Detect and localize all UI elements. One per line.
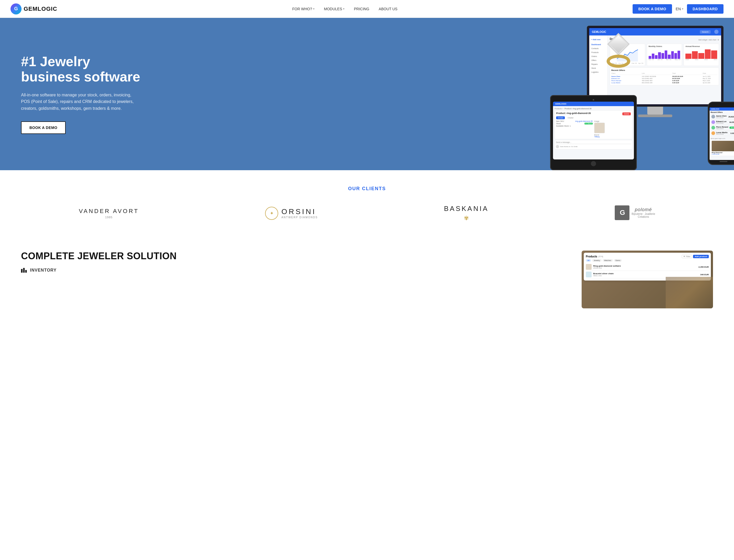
logo-text: GEMLOGIC — [24, 6, 57, 12]
filter-gems[interactable]: Gems — [614, 259, 622, 262]
products-header: Products (574) ▼ Filter Add product — [586, 255, 709, 258]
orsini-subtitle: ANTWERP DIAMONDS — [281, 216, 318, 219]
bar-item — [649, 56, 651, 59]
tab-chatter[interactable]: Chatter — [566, 116, 575, 119]
dashboard-button[interactable]: DASHBOARD — [687, 4, 724, 14]
recent-offers-title: Recent Offers — [611, 69, 717, 71]
phone-action-button[interactable]: Send — [730, 127, 734, 129]
add-widget-btn[interactable]: Add widget — [698, 39, 707, 41]
nav-pricing[interactable]: PRICING — [354, 7, 369, 11]
bar-item — [711, 50, 717, 59]
bar-item — [685, 54, 691, 59]
phone-offer-row: Lucas Martin 693-25033 0.00 € — [711, 131, 734, 136]
products-mockup: Products (574) ▼ Filter Add product All … — [584, 253, 711, 281]
product-name: Ring gold diamond solitaire — [593, 265, 697, 267]
orsini-name: ORSINI — [281, 208, 318, 216]
filter-btn[interactable]: ▼ Filter — [682, 255, 692, 258]
chevron-down-icon: ▾ — [313, 7, 314, 10]
phone-product-image — [712, 141, 734, 151]
filter-jewelry[interactable]: Jewelry — [592, 259, 602, 262]
tablet-header: GEMLOGIC — [553, 102, 634, 106]
phone-client-info: Edward Lee 163-25481 — [716, 121, 728, 124]
tab-details[interactable]: Details — [556, 116, 565, 119]
solution-image: Products (574) ▼ Filter Add product All … — [582, 251, 713, 308]
logo[interactable]: G GEMLOGIC — [11, 3, 57, 14]
nav-modules[interactable]: MODULES ▾ — [324, 7, 344, 11]
solution-section: COMPLETE JEWELER SOLUTION INVENTORY Prod… — [0, 237, 734, 308]
tablet-product-panel: Product: ring-gold-diamond-35 Delete Det… — [555, 110, 632, 139]
chevron-down-icon: ▾ — [343, 7, 344, 10]
clients-grid: VANDER AVORT 1985 ✦ ORSINI ANTWERP DIAMO… — [21, 205, 713, 222]
bar-item — [678, 51, 680, 59]
phone-avatar — [711, 115, 715, 118]
phone-screen: GEMLOGIC Recent Offers Aaron Chen 142-25… — [710, 107, 734, 160]
product-image — [594, 123, 605, 133]
product-thumbnail — [586, 272, 592, 277]
delete-button[interactable]: Delete — [622, 112, 631, 115]
tablet-screen: GEMLOGIC Products > Product: ring-gold-d… — [553, 102, 634, 159]
add-chart-btn[interactable]: Add chart — [709, 39, 716, 41]
bar-item — [671, 51, 674, 59]
phone-offer-row: Edward Lee 163-25481 64.55 € — [711, 120, 734, 125]
tablet-field-stock: Stock In Stock — [556, 123, 593, 125]
filter-watches[interactable]: Watches — [603, 259, 613, 262]
orsini-text: ORSINI ANTWERP DIAMONDS — [281, 208, 318, 219]
hero-title: #1 Jewelry business software — [21, 54, 147, 84]
phone-client-info: Lucas Martin 693-25033 — [716, 132, 730, 135]
tablet-product-name: Product: ring-gold-diamond-35 — [556, 112, 591, 115]
feature-inventory-label: INVENTORY — [30, 268, 56, 273]
phone-avatar — [711, 126, 715, 129]
widget-title-annual: Annual Revenue — [685, 45, 717, 47]
dash-header: GEMLOGIC Search — [589, 28, 721, 35]
hero-devices-illustration: GEMLOGIC Search + Add new Dashboard Cont… — [550, 20, 734, 170]
products-title-row: Products (574) — [586, 255, 603, 258]
phone-mockup: GEMLOGIC Recent Offers Aaron Chen 142-25… — [708, 102, 734, 165]
product-info: Bracelet silver chain #BSC-042 — [593, 272, 699, 277]
offer-row: Edward Lee 163-25481-602 64.55 EUR May 1… — [611, 77, 717, 80]
phone-section-title: Recent Offers — [711, 111, 734, 113]
product-price: 2,450 EUR — [699, 266, 709, 268]
tablet-frame: GEMLOGIC Products > Product: ring-gold-d… — [550, 95, 637, 170]
bar-item — [698, 53, 704, 59]
product-price: 340 EUR — [700, 273, 709, 276]
bar-chart-orders — [649, 48, 680, 59]
tablet-home-button[interactable] — [591, 161, 596, 166]
polome-text: polomé Bijouterie · JoaillerieCréations — [632, 207, 655, 218]
hero-demo-button[interactable]: BOOK A DEMO — [21, 121, 66, 134]
tablet-left-col: Item SKU ring-gold-diamond-35 Stock In S… — [556, 120, 593, 138]
client-logo-orsini: ✦ ORSINI ANTWERP DIAMONDS — [265, 207, 318, 220]
dash-search: Search — [700, 30, 711, 34]
chatter-divider — [556, 144, 631, 144]
bar-item — [692, 51, 698, 59]
offers-header: Client Link Total Date — [611, 72, 717, 75]
bar-item — [655, 55, 658, 59]
client-name: VANDER AVORT — [79, 208, 139, 215]
tablet-field-avail: Available Stock: 1 — [556, 125, 593, 127]
language-selector[interactable]: EN ▾ — [676, 7, 683, 11]
nav-actions: BOOK A DEMO EN ▾ DASHBOARD — [633, 4, 723, 14]
orsini-emblem: ✦ — [265, 207, 278, 220]
chatter-panel: Send a message... Data thanks to: Go Smi… — [555, 140, 632, 149]
offer-row: Aaron Chen 142-25097-8133339 26,923.00 E… — [611, 75, 717, 77]
tablet-brand-value: Tiffany — [594, 136, 631, 138]
chevron-down-icon: ▾ — [682, 7, 683, 10]
chart-x-labels: Nov '22Jan '23Mar '23May '23 — [649, 59, 680, 60]
dash-logo: GEMLOGIC — [592, 30, 606, 33]
phone-content: Recent Offers Aaron Chen 142-25097 26,92… — [710, 111, 734, 160]
phone-header: GEMLOGIC — [710, 107, 734, 111]
clients-section: OUR CLIENTS VANDER AVORT 1985 ✦ ORSINI A… — [0, 170, 734, 237]
nav-about-us[interactable]: ABOUT US — [379, 7, 397, 11]
client-logo-baskania: BASKANIA ✾ — [444, 205, 489, 222]
phone-avatar — [711, 120, 715, 124]
tablet-logo: GEMLOGIC — [555, 103, 567, 105]
tablet-body: Products > Product: ring-gold-diamond-36… — [553, 106, 634, 151]
inventory-icon — [21, 268, 27, 273]
nav-for-who[interactable]: FOR WHO? ▾ — [292, 7, 314, 11]
recent-offers-panel: Recent Offers Client Link Total Date Aar… — [610, 68, 719, 85]
filter-all[interactable]: All — [586, 259, 591, 262]
bar-item — [705, 49, 711, 59]
tablet-image-label: Image — [594, 120, 631, 122]
add-product-button[interactable]: Add product — [693, 255, 709, 258]
book-demo-nav-button[interactable]: BOOK A DEMO — [633, 4, 672, 14]
settings-icon[interactable]: ⚙ — [717, 39, 719, 41]
